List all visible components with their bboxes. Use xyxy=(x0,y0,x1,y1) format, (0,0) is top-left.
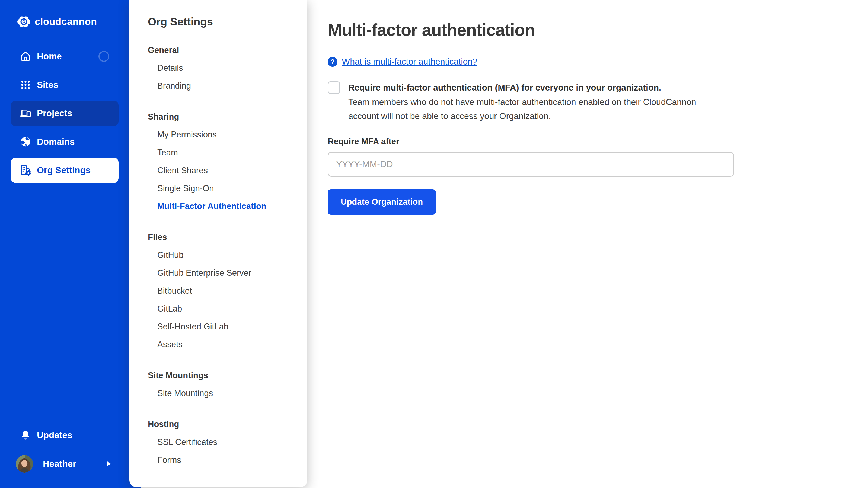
settings-section-sharing: Sharing My Permissions Team Client Share… xyxy=(148,108,299,215)
settings-nav-item-bitbucket[interactable]: Bitbucket xyxy=(148,282,299,300)
require-mfa-text: Require multi-factor authentication (MFA… xyxy=(348,81,723,123)
sidebar-item-projects[interactable]: Projects xyxy=(11,101,119,126)
cloudcannon-logo-icon xyxy=(18,16,30,27)
projects-devices-icon xyxy=(18,107,33,119)
status-ring-icon xyxy=(98,51,109,62)
mfa-date-input[interactable] xyxy=(328,152,734,177)
sidebar-item-label: Updates xyxy=(37,430,72,440)
chevron-right-icon xyxy=(106,461,111,467)
require-mfa-setting: Require multi-factor authentication (MFA… xyxy=(328,81,846,123)
require-mfa-checkbox[interactable] xyxy=(328,82,340,94)
section-header: Sharing xyxy=(148,108,299,126)
help-link-row[interactable]: ? What is multi-factor authentication? xyxy=(328,57,477,67)
settings-nav-item-single-sign-on[interactable]: Single Sign-On xyxy=(148,180,299,197)
require-mfa-description: Team members who do not have multi-facto… xyxy=(348,95,723,123)
sidebar-item-label: Sites xyxy=(37,80,58,90)
page-title: Multi-factor authentication xyxy=(328,20,846,40)
user-menu[interactable]: Heather xyxy=(11,453,119,475)
main-content: Multi-factor authentication ? What is mu… xyxy=(307,0,868,488)
question-circle-icon: ? xyxy=(328,57,337,67)
settings-nav-item-ssl-certificates[interactable]: SSL Certificates xyxy=(148,433,299,451)
sidebar-item-home[interactable]: Home xyxy=(11,44,119,69)
mfa-help-link[interactable]: What is multi-factor authentication? xyxy=(342,57,477,67)
user-name: Heather xyxy=(43,459,76,469)
brand-logo[interactable]: cloudcannon xyxy=(0,0,141,28)
settings-nav-item-github-enterprise-server[interactable]: GitHub Enterprise Server xyxy=(148,264,299,282)
settings-nav-item-multi-factor-authentication[interactable]: Multi-Factor Authentication xyxy=(148,197,299,215)
settings-nav-item-details[interactable]: Details xyxy=(148,59,299,77)
settings-nav-item-gitlab[interactable]: GitLab xyxy=(148,300,299,318)
settings-nav-item-self-hosted-gitlab[interactable]: Self-Hosted GitLab xyxy=(148,318,299,336)
section-header: Site Mountings xyxy=(148,366,299,384)
settings-section-payment: Payment xyxy=(148,482,299,487)
section-header: Payment xyxy=(148,482,299,487)
globe-icon xyxy=(18,136,33,148)
sidebar-item-sites[interactable]: Sites xyxy=(11,72,119,98)
update-organization-button[interactable]: Update Organization xyxy=(328,189,436,215)
section-header: General xyxy=(148,41,299,59)
brand-name: cloudcannon xyxy=(35,16,97,27)
settings-nav-item-my-permissions[interactable]: My Permissions xyxy=(148,126,299,144)
sidebar-item-org-settings[interactable]: Org Settings xyxy=(11,158,119,183)
settings-nav-item-branding[interactable]: Branding xyxy=(148,77,299,95)
sidebar-item-label: Home xyxy=(37,51,62,62)
require-mfa-after-label: Require MFA after xyxy=(328,136,846,147)
section-header: Files xyxy=(148,228,299,246)
sidebar-item-updates[interactable]: Updates xyxy=(11,422,119,448)
settings-nav-item-forms[interactable]: Forms xyxy=(148,451,299,469)
primary-nav: Home Sites Projects xyxy=(0,44,129,183)
settings-nav-item-team[interactable]: Team xyxy=(148,144,299,162)
sidebar-footer: Updates Heather xyxy=(0,422,129,475)
org-settings-icon xyxy=(18,164,33,176)
avatar xyxy=(16,455,33,473)
settings-section-files: Files GitHub GitHub Enterprise Server Bi… xyxy=(148,228,299,354)
sidebar-item-label: Org Settings xyxy=(37,165,91,175)
sidebar-item-label: Projects xyxy=(37,108,72,119)
settings-section-general: General Details Branding xyxy=(148,41,299,95)
bell-icon xyxy=(18,429,33,441)
settings-section-site-mountings: Site Mountings Site Mountings xyxy=(148,366,299,402)
settings-nav-item-github[interactable]: GitHub xyxy=(148,246,299,264)
sidebar-item-domains[interactable]: Domains xyxy=(11,129,119,155)
sites-grid-icon xyxy=(18,79,33,90)
section-header: Hosting xyxy=(148,415,299,433)
settings-nav-item-client-shares[interactable]: Client Shares xyxy=(148,162,299,180)
settings-nav-item-site-mountings[interactable]: Site Mountings xyxy=(148,384,299,402)
primary-sidebar: cloudcannon Home Sites xyxy=(0,0,141,488)
home-icon xyxy=(18,51,33,62)
sidebar-item-label: Domains xyxy=(37,137,74,147)
settings-nav-item-assets[interactable]: Assets xyxy=(148,336,299,354)
settings-section-hosting: Hosting SSL Certificates Forms xyxy=(148,415,299,469)
panel-title: Org Settings xyxy=(148,15,299,28)
org-settings-panel: Org Settings General Details Branding Sh… xyxy=(129,0,307,487)
require-mfa-label: Require multi-factor authentication (MFA… xyxy=(348,81,723,94)
